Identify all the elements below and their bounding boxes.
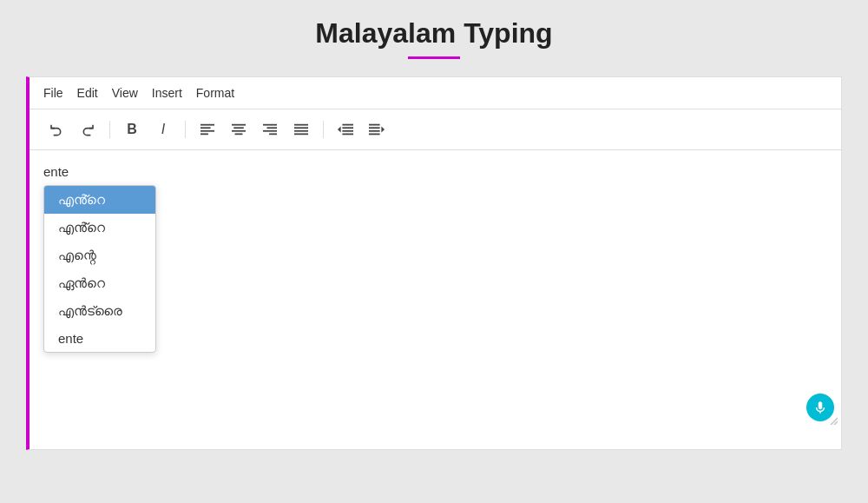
suggestion-dropdown[interactable]: എൻ്റെ എൻ്റെ എന്റെ ഏന്‍റെ എന്‍ട്രൈ ente: [43, 185, 156, 353]
toolbar: B I: [30, 109, 841, 150]
svg-rect-12: [294, 124, 308, 126]
svg-rect-19: [342, 134, 353, 136]
svg-rect-18: [342, 130, 353, 132]
menu-view[interactable]: View: [112, 86, 138, 100]
suggestion-item-1[interactable]: എൻ്റെ: [44, 214, 155, 242]
page-title: Malayalam Typing: [315, 17, 552, 50]
redo-button[interactable]: [75, 116, 101, 142]
outdent-button[interactable]: [332, 116, 358, 142]
svg-rect-14: [294, 130, 308, 132]
svg-rect-10: [263, 130, 277, 132]
svg-rect-15: [294, 133, 308, 135]
typed-text: ente: [43, 164, 827, 179]
justify-button[interactable]: [288, 116, 314, 142]
svg-rect-13: [294, 127, 308, 129]
menu-format[interactable]: Format: [196, 86, 234, 100]
svg-rect-21: [369, 124, 380, 126]
resize-handle[interactable]: [827, 414, 838, 425]
toolbar-sep-3: [323, 121, 324, 138]
svg-marker-20: [338, 126, 341, 132]
svg-rect-24: [369, 134, 380, 136]
title-underline: [408, 56, 460, 59]
bold-button[interactable]: B: [119, 116, 145, 142]
suggestion-item-5[interactable]: ente: [44, 325, 155, 352]
suggestion-item-0[interactable]: എൻ്റെ: [44, 186, 155, 214]
svg-marker-25: [381, 126, 385, 132]
svg-rect-9: [266, 127, 277, 129]
editor-body[interactable]: ente എൻ്റെ എൻ്റെ എന്റെ ഏന്‍റെ എന്‍ട്രൈ e…: [30, 150, 841, 428]
toolbar-sep-2: [185, 121, 186, 138]
undo-button[interactable]: [43, 116, 69, 142]
svg-rect-0: [201, 124, 214, 126]
align-right-button[interactable]: [257, 116, 283, 142]
menu-insert[interactable]: Insert: [152, 86, 182, 100]
svg-rect-3: [201, 133, 208, 135]
svg-rect-6: [232, 130, 246, 132]
svg-rect-16: [342, 124, 353, 126]
svg-rect-4: [232, 124, 246, 126]
svg-line-27: [834, 421, 838, 425]
suggestion-item-2[interactable]: എന്റെ: [44, 242, 155, 269]
svg-line-26: [831, 418, 838, 425]
svg-rect-7: [235, 133, 243, 135]
menu-file[interactable]: File: [43, 86, 63, 100]
toolbar-sep-1: [109, 121, 110, 138]
svg-rect-11: [269, 133, 277, 135]
menu-edit[interactable]: Edit: [77, 86, 98, 100]
svg-rect-1: [201, 127, 211, 129]
svg-rect-8: [263, 124, 277, 126]
italic-button[interactable]: I: [150, 116, 176, 142]
menubar: File Edit View Insert Format: [30, 77, 841, 109]
indent-button[interactable]: [364, 116, 390, 142]
svg-rect-22: [369, 127, 380, 129]
editor-container: File Edit View Insert Format B I: [26, 76, 842, 450]
suggestion-item-4[interactable]: എന്‍ട്രൈ: [44, 297, 155, 325]
svg-rect-5: [233, 127, 244, 129]
suggestion-item-3[interactable]: ഏന്‍റെ: [44, 269, 155, 297]
align-left-button[interactable]: [194, 116, 220, 142]
svg-rect-23: [369, 130, 380, 132]
svg-rect-2: [201, 130, 214, 132]
svg-rect-17: [342, 127, 353, 129]
align-center-button[interactable]: [226, 116, 252, 142]
